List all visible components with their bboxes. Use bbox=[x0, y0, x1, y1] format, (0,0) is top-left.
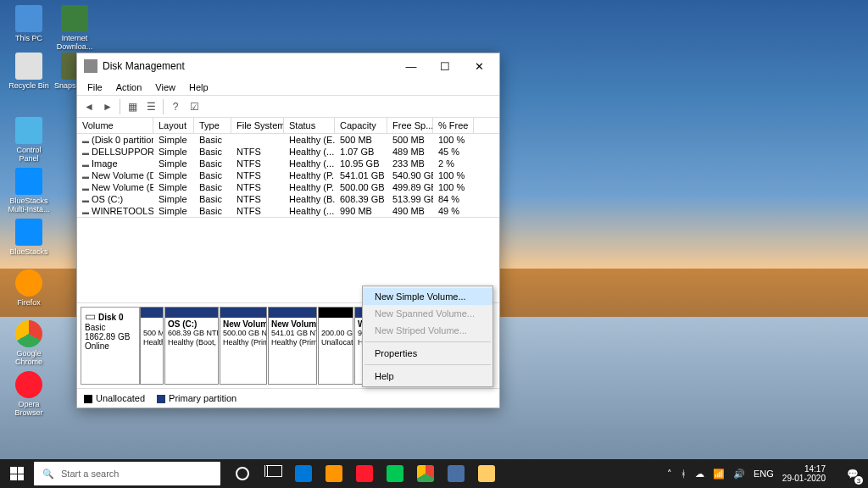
taskbar-firefox[interactable] bbox=[319, 459, 349, 488]
table-row[interactable]: DELLSUPPORTSimpleBasicNTFSHealthy (...1.… bbox=[77, 146, 499, 158]
tray-chevron-up-icon[interactable]: ˄ bbox=[667, 469, 672, 480]
col-capacity[interactable]: Capacity bbox=[335, 118, 387, 133]
ctx-properties[interactable]: Properties bbox=[363, 345, 492, 362]
context-menu: New Simple Volume... New Spanned Volume.… bbox=[362, 286, 493, 387]
minimize-button[interactable]: — bbox=[394, 54, 428, 78]
disk-info[interactable]: Disk 0 Basic 1862.89 GB Online bbox=[81, 307, 140, 385]
partition[interactable]: 500 MHealth bbox=[140, 307, 164, 385]
col-volume[interactable]: Volume bbox=[77, 118, 153, 133]
taskbar-app2[interactable] bbox=[441, 459, 471, 488]
volume-table: Volume Layout Type File System Status Ca… bbox=[77, 118, 499, 217]
opera-icon bbox=[15, 371, 42, 398]
desktop-icon-idm[interactable]: Internet Downloa... bbox=[53, 5, 97, 51]
search-placeholder: Start a search bbox=[61, 469, 119, 479]
cortana-icon bbox=[236, 467, 249, 480]
desktop-icon-label: Control Panel bbox=[7, 146, 51, 163]
col-status[interactable]: Status bbox=[284, 118, 335, 133]
search-box[interactable]: 🔍Start a search bbox=[34, 462, 220, 485]
forward-button[interactable]: ► bbox=[99, 98, 116, 115]
table-row[interactable]: OS (C:)SimpleBasicNTFSHealthy (B...608.3… bbox=[77, 193, 499, 205]
desktop-icon-bluestacks[interactable]: BlueStacks bbox=[7, 219, 51, 256]
ctx-new-simple-volume[interactable]: New Simple Volume... bbox=[363, 288, 492, 305]
desktop-icon-label: Google Chrome bbox=[7, 349, 51, 366]
disk-icon bbox=[85, 313, 98, 322]
table-row[interactable]: (Disk 0 partition 1)SimpleBasicHealthy (… bbox=[77, 134, 499, 146]
col-freespace[interactable]: Free Sp... bbox=[387, 118, 433, 133]
notifications-button[interactable]: 💬 bbox=[837, 459, 868, 488]
taskview-icon bbox=[264, 465, 281, 482]
chrome-icon bbox=[417, 465, 434, 482]
toolbar: ◄ ► ▦ ☰ ? ☑ bbox=[77, 96, 499, 118]
ctx-help[interactable]: Help bbox=[363, 368, 492, 385]
taskview-button[interactable] bbox=[258, 459, 288, 488]
table-row[interactable]: New Volume (E:)SimpleBasicNTFSHealthy (P… bbox=[77, 181, 499, 193]
titlebar[interactable]: Disk Management — ☐ ✕ bbox=[77, 53, 499, 79]
taskbar-edge[interactable] bbox=[288, 459, 319, 488]
taskbar-pinned bbox=[227, 459, 502, 488]
disk-status: Online bbox=[85, 341, 109, 351]
partition[interactable]: New Volume (500.00 GB NTFSHealthy (Prima… bbox=[220, 307, 267, 385]
desktop-icon-label: BlueStacks Multi-Insta... bbox=[7, 197, 51, 214]
desktop-icon-label: Recycle Bin bbox=[7, 81, 51, 90]
desktop-icon-firefox[interactable]: Firefox bbox=[7, 269, 51, 307]
partition[interactable]: OS (C:)608.39 GB NTFSHealthy (Boot, P bbox=[164, 307, 219, 385]
desktop-icon-label: This PC bbox=[7, 34, 51, 42]
desktop-icon-bluestacks-multi[interactable]: BlueStacks Multi-Insta... bbox=[7, 168, 51, 214]
ctx-new-spanned-volume: New Spanned Volume... bbox=[363, 305, 492, 322]
tray-bluetooth-icon[interactable]: ᚼ bbox=[681, 469, 687, 479]
green-app-icon bbox=[387, 465, 403, 482]
firefox-icon bbox=[326, 465, 342, 482]
chrome-icon bbox=[15, 320, 42, 347]
close-button[interactable]: ✕ bbox=[462, 54, 496, 78]
table-row[interactable]: New Volume (D:)SimpleBasicNTFSHealthy (P… bbox=[77, 169, 499, 181]
tray-onedrive-icon[interactable]: ☁ bbox=[695, 469, 704, 480]
desktop-icon-label: BlueStacks bbox=[7, 247, 51, 256]
cortana-button[interactable] bbox=[227, 459, 258, 488]
desktop-icon-control-panel[interactable]: Control Panel bbox=[7, 117, 51, 163]
action-button[interactable]: ☑ bbox=[186, 98, 203, 115]
taskbar-opera[interactable] bbox=[349, 459, 380, 488]
menu-help[interactable]: Help bbox=[182, 80, 215, 94]
swatch-black bbox=[84, 395, 92, 403]
table-row[interactable]: ImageSimpleBasicNTFSHealthy (...10.95 GB… bbox=[77, 158, 499, 169]
desktop-icon-label: Internet Downloa... bbox=[53, 34, 97, 51]
menu-action[interactable]: Action bbox=[109, 80, 149, 94]
menu-file[interactable]: File bbox=[81, 80, 109, 94]
bluestacks-icon bbox=[15, 168, 42, 195]
edge-icon bbox=[295, 465, 312, 482]
table-row[interactable]: WINRETOOLSSimpleBasicNTFSHealthy (...990… bbox=[77, 205, 499, 217]
properties-button[interactable]: ☰ bbox=[142, 98, 159, 115]
col-filesystem[interactable]: File System bbox=[231, 118, 284, 133]
start-button[interactable] bbox=[0, 459, 34, 488]
taskbar-chrome[interactable] bbox=[410, 459, 441, 488]
back-button[interactable]: ◄ bbox=[81, 98, 97, 115]
tray-wifi-icon[interactable]: 📶 bbox=[713, 469, 725, 480]
col-layout[interactable]: Layout bbox=[153, 118, 194, 133]
partition[interactable]: New Volume (541.01 GB NTFSHealthy (Prima… bbox=[268, 307, 317, 385]
disk-size: 1862.89 GB bbox=[85, 332, 130, 341]
help-button[interactable]: ? bbox=[167, 98, 184, 115]
windows-icon bbox=[10, 467, 24, 480]
desktop-icon-recycle-bin[interactable]: Recycle Bin bbox=[7, 53, 51, 90]
window-title: Disk Management bbox=[103, 60, 394, 72]
tray-volume-icon[interactable]: 🔊 bbox=[733, 469, 745, 480]
refresh-button[interactable]: ▦ bbox=[124, 98, 141, 115]
menu-view[interactable]: View bbox=[148, 80, 182, 94]
col-type[interactable]: Type bbox=[194, 118, 231, 133]
taskbar-app1[interactable] bbox=[380, 459, 410, 488]
time: 14:17 bbox=[782, 464, 826, 474]
separator bbox=[364, 341, 491, 342]
clock[interactable]: 14:17 29-01-2020 bbox=[782, 464, 831, 483]
taskbar-explorer[interactable] bbox=[471, 459, 502, 488]
desktop-icon-label: Opera Browser bbox=[7, 400, 51, 417]
desktop-icon-this-pc[interactable]: This PC bbox=[7, 5, 51, 42]
separator bbox=[163, 99, 164, 114]
separator bbox=[120, 99, 120, 114]
partition[interactable]: 200.00 GBUnallocated bbox=[318, 307, 353, 385]
desktop-icon-opera[interactable]: Opera Browser bbox=[7, 371, 51, 417]
tray-language[interactable]: ENG bbox=[754, 469, 774, 479]
desktop-icon-chrome[interactable]: Google Chrome bbox=[7, 320, 51, 366]
app-icon bbox=[84, 59, 97, 73]
maximize-button[interactable]: ☐ bbox=[428, 54, 462, 78]
col-pctfree[interactable]: % Free bbox=[433, 118, 474, 133]
